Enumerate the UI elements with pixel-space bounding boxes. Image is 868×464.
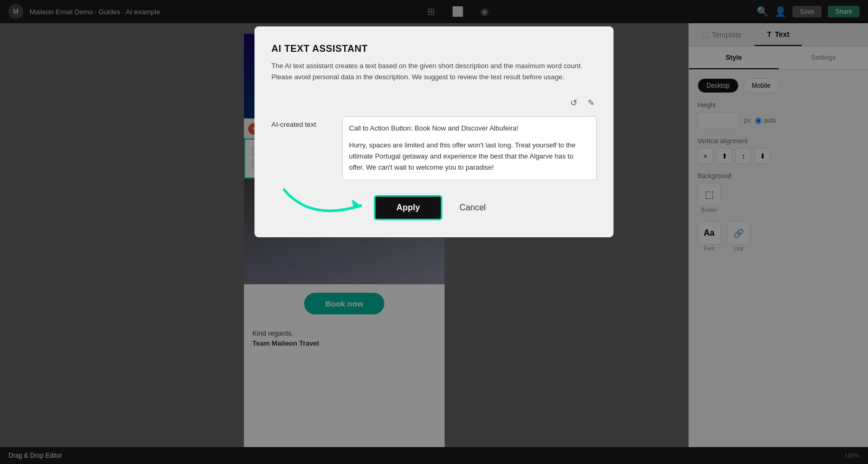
edit-button[interactable]: ✎: [586, 96, 597, 110]
modal-description: The AI text assistant creates a text bas…: [271, 61, 597, 83]
arrow-annotation: [279, 179, 384, 227]
refresh-button[interactable]: ↺: [568, 96, 579, 110]
svg-marker-0: [352, 199, 361, 209]
apply-button[interactable]: Apply: [374, 195, 442, 220]
ai-created-label: AI-created text: [271, 116, 329, 128]
ai-text-output: Call to Action Button: Book Now and Disc…: [342, 116, 597, 180]
ai-text-line2: Hurry, spaces are limited and this offer…: [349, 140, 590, 173]
modal-toolbar: ↺ ✎: [271, 96, 597, 110]
ai-created-text-row: AI-created text Call to Action Button: B…: [271, 116, 597, 180]
ai-text-line1: Call to Action Button: Book Now and Disc…: [349, 123, 590, 134]
refresh-icon: ↺: [570, 98, 577, 107]
modal-actions: Apply Cancel: [271, 195, 597, 220]
cancel-button[interactable]: Cancel: [451, 197, 494, 219]
modal-backdrop: AI TEXT ASSISTANT The AI text assistant …: [0, 0, 868, 464]
apply-button-container: Apply: [374, 195, 442, 220]
edit-icon: ✎: [588, 98, 595, 107]
ai-text-assistant-modal: AI TEXT ASSISTANT The AI text assistant …: [254, 26, 614, 237]
modal-title: AI TEXT ASSISTANT: [271, 43, 597, 54]
